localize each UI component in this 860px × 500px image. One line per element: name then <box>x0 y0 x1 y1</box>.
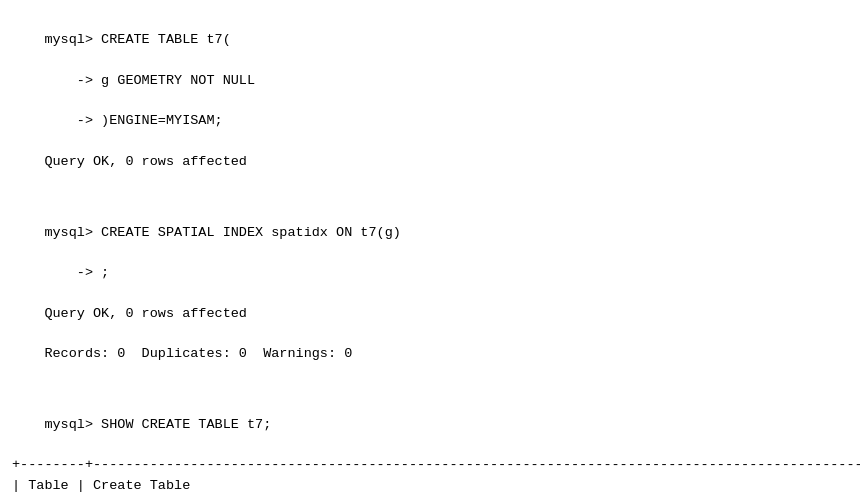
line-6: -> ; <box>44 265 109 280</box>
line-9: mysql> SHOW CREATE TABLE t7; <box>44 417 271 432</box>
block-show-create: mysql> SHOW CREATE TABLE t7; <box>12 395 848 456</box>
terminal-output: mysql> CREATE TABLE t7( -> g GEOMETRY NO… <box>12 10 848 500</box>
line-3: -> )ENGINE=MYISAM; <box>44 113 222 128</box>
block-create-table: mysql> CREATE TABLE t7( -> g GEOMETRY NO… <box>12 10 848 192</box>
table-header-row: | Table | Create Table <box>12 476 848 496</box>
separator-mid: +--------+------------------------------… <box>12 496 848 500</box>
line-7: Query OK, 0 rows affected <box>44 306 247 321</box>
spacer-2 <box>12 385 848 395</box>
line-2: -> g GEOMETRY NOT NULL <box>44 73 255 88</box>
line-1: mysql> CREATE TABLE t7( <box>44 32 230 47</box>
block-create-index: mysql> CREATE SPATIAL INDEX spatidx ON t… <box>12 202 848 384</box>
line-5: mysql> CREATE SPATIAL INDEX spatidx ON t… <box>44 225 400 240</box>
line-8: Records: 0 Duplicates: 0 Warnings: 0 <box>44 346 352 361</box>
line-4: Query OK, 0 rows affected <box>44 154 247 169</box>
spacer-1 <box>12 192 848 202</box>
separator-top: +--------+------------------------------… <box>12 455 848 475</box>
